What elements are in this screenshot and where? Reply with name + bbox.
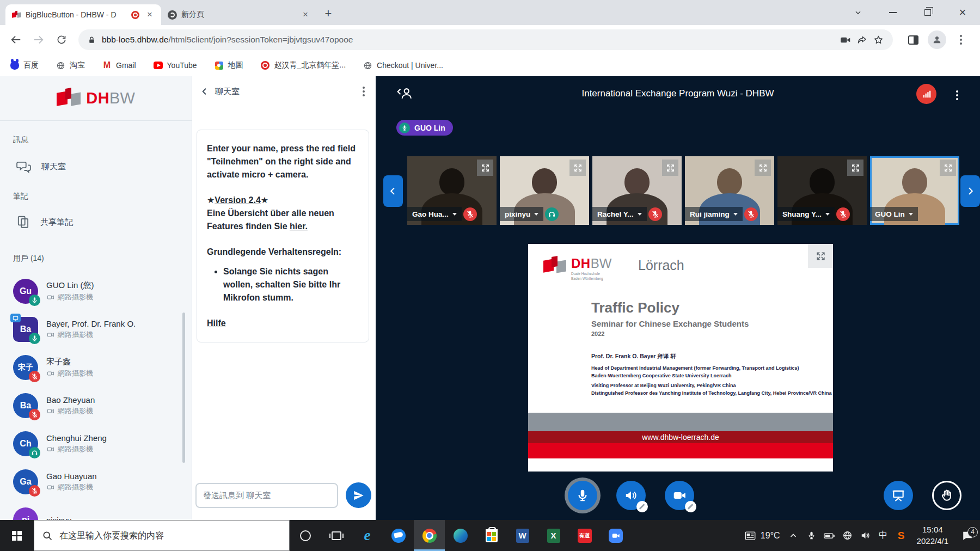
video-user-dropdown[interactable]: Gao Hua... — [407, 207, 462, 221]
user-list-item[interactable]: 宋子 宋子鑫 網路攝影機 — [0, 348, 192, 387]
bookmark-taobao[interactable]: 淘宝 — [56, 60, 85, 70]
taskbar-word[interactable]: W — [507, 520, 538, 551]
forward-button[interactable] — [27, 28, 50, 51]
taskbar-edge[interactable] — [445, 520, 476, 551]
send-message-button[interactable] — [346, 482, 371, 508]
fullscreen-icon[interactable] — [569, 160, 586, 176]
minimize-button[interactable] — [875, 0, 910, 25]
back-button[interactable] — [4, 28, 27, 51]
webcam-device-badge[interactable] — [685, 501, 696, 512]
action-center-button[interactable]: 4 — [955, 530, 980, 542]
taskbar-chrome-active[interactable] — [414, 520, 445, 551]
taskbar-excel[interactable]: X — [538, 520, 569, 551]
sidebar-item-public-chat[interactable]: 聊天室 — [16, 157, 66, 176]
chat-title: 聊天室 — [215, 87, 240, 97]
tray-volume-icon[interactable] — [856, 530, 874, 541]
start-button[interactable] — [0, 520, 34, 551]
features-link[interactable]: hier. — [290, 222, 308, 231]
chevron-down-icon — [909, 213, 913, 216]
tab-new-page[interactable]: 新分頁 × — [161, 4, 317, 25]
webcam-share-button[interactable] — [665, 481, 694, 510]
fullscreen-icon[interactable] — [847, 160, 863, 176]
mute-microphone-button[interactable] — [568, 481, 597, 510]
taskbar-microsoft-store[interactable] — [476, 520, 507, 551]
talking-indicator[interactable]: GUO Lin — [396, 120, 453, 136]
meeting-options-menu-button[interactable] — [953, 87, 961, 103]
bookmark-youtube[interactable]: YouTube — [154, 61, 197, 70]
video-user-dropdown[interactable]: pixinyu — [500, 207, 543, 221]
camera-in-use-icon[interactable] — [840, 34, 851, 46]
browser-menu-button[interactable] — [950, 28, 972, 51]
bookmark-checkout[interactable]: Checkout | Univer... — [363, 61, 443, 70]
messages-section-label: 訊息 — [13, 135, 28, 145]
shared-notes-icon — [16, 215, 30, 229]
bookmark-heniantang[interactable]: 赵汉青_北京鹤年堂... — [261, 60, 346, 70]
tray-microphone-icon[interactable] — [803, 531, 820, 540]
restore-presentation-button[interactable] — [884, 481, 913, 510]
audio-device-badge[interactable] — [636, 501, 648, 512]
tray-battery-icon[interactable] — [820, 530, 838, 542]
bookmark-star-icon[interactable] — [873, 34, 884, 46]
share-icon[interactable] — [856, 34, 867, 45]
sogou-input-icon[interactable]: S — [892, 530, 910, 542]
audio-speaker-button[interactable] — [616, 481, 646, 510]
taskbar-internet-explorer[interactable]: e — [352, 520, 383, 551]
profile-avatar[interactable] — [928, 30, 946, 49]
taskbar-cortana-button[interactable] — [290, 520, 321, 551]
close-button[interactable]: × — [945, 0, 980, 25]
taskbar-search-input[interactable] — [59, 531, 281, 541]
tab-bigbluebutton[interactable]: BigBlueButton - DHBW - D × — [5, 4, 161, 25]
userlist-scrollbar[interactable] — [182, 313, 185, 463]
user-list-item[interactable]: Gu GUO Lin (您) 網路攝影機 — [0, 272, 192, 310]
video-user-dropdown[interactable]: Rui jiaming — [685, 207, 743, 221]
chevron-down-icon — [534, 213, 538, 216]
news-weather-button[interactable] — [742, 530, 759, 542]
weather-temperature[interactable]: 19°C — [759, 531, 785, 541]
browser-dropdown-button[interactable] — [841, 0, 875, 25]
bookmark-maps[interactable]: 地圖 — [215, 60, 243, 70]
taskbar-youdao[interactable]: 有道 — [569, 520, 600, 551]
video-user-dropdown[interactable]: Shuang Y... — [777, 207, 835, 221]
next-videos-button[interactable] — [960, 175, 980, 207]
user-list-item[interactable]: Ba Bao Zheyuan 網路攝影機 — [0, 387, 192, 425]
side-panel-button[interactable] — [902, 28, 924, 51]
fullscreen-icon[interactable] — [662, 160, 678, 176]
address-bar[interactable]: bbb-loe5.dhbw.de/html5client/join?sessio… — [78, 29, 893, 50]
previous-videos-button[interactable] — [383, 175, 403, 207]
taskbar-clock[interactable]: 15:042022/4/1 — [910, 524, 955, 547]
connection-status-button[interactable] — [916, 84, 936, 104]
fullscreen-icon[interactable] — [477, 160, 493, 176]
fullscreen-icon[interactable] — [940, 160, 956, 176]
user-list-item[interactable]: Ba Bayer, Prof. Dr. Frank O. 網路攝影機 — [0, 310, 192, 348]
tab-close-button[interactable]: × — [144, 9, 156, 21]
slide-fullscreen-button[interactable] — [808, 244, 833, 268]
sidebar-item-shared-notes[interactable]: 共享筆記 — [16, 212, 73, 232]
windows-taskbar: e W X 有道 19°C 中 S 15:042022/4/1 4 — [0, 520, 980, 551]
ime-indicator[interactable]: 中 — [874, 530, 892, 541]
user-list-item[interactable]: Ga Gao Huayuan 網路攝影機 — [0, 463, 192, 501]
video-user-dropdown[interactable]: GUO Lin — [870, 207, 918, 221]
user-list-item[interactable]: Ch Chenghui Zheng 網路攝影機 — [0, 425, 192, 463]
chat-options-menu-button[interactable] — [359, 83, 368, 100]
taskbar-zoom[interactable] — [600, 520, 631, 551]
raise-hand-button[interactable] — [932, 481, 961, 510]
user-list-item[interactable]: pi pixinyu — [0, 501, 192, 520]
version-link[interactable]: Version 2.4 — [215, 195, 261, 205]
restore-button[interactable] — [910, 0, 945, 25]
taskbar-search-box[interactable] — [34, 520, 290, 551]
maps-icon — [215, 62, 223, 70]
fullscreen-icon[interactable] — [755, 160, 771, 176]
back-chevron-icon[interactable] — [200, 87, 210, 96]
new-tab-button[interactable]: + — [320, 5, 336, 22]
video-user-dropdown[interactable]: Rachel Y... — [592, 207, 647, 221]
show-hidden-icons-button[interactable] — [785, 531, 803, 541]
bookmark-baidu[interactable]: 百度 — [10, 60, 39, 70]
help-link[interactable]: Hilfe — [207, 319, 226, 328]
chat-message-input[interactable] — [195, 483, 338, 508]
taskbar-task-view-button[interactable] — [321, 520, 352, 551]
reload-button[interactable] — [50, 28, 73, 51]
tray-network-icon[interactable] — [838, 530, 856, 541]
tab-close-button[interactable]: × — [299, 9, 311, 21]
bookmark-gmail[interactable]: MGmail — [102, 61, 136, 70]
taskbar-dingtalk[interactable] — [383, 520, 414, 551]
